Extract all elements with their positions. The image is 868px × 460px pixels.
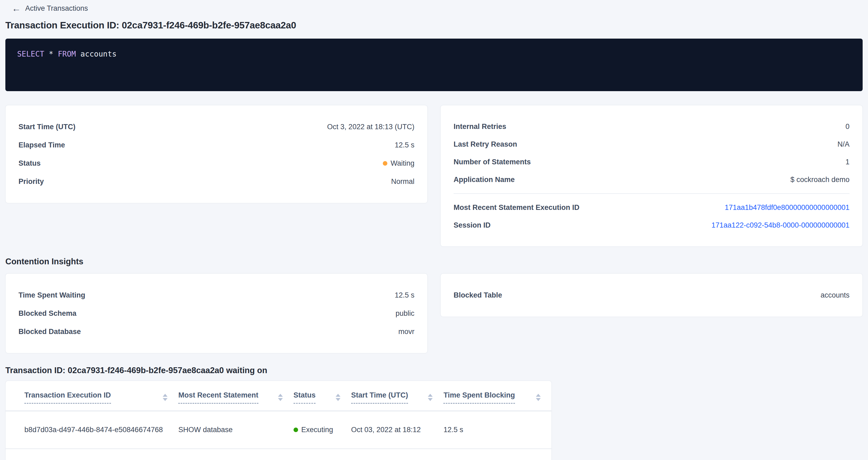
cell-status: Executing [293,411,351,449]
sql-statement-box: SELECT * FROM accounts [5,39,863,91]
contention-cards-row: Time Spent Waiting 12.5 s Blocked Schema… [5,273,863,353]
kv-value: 1 [845,158,849,166]
kv-label: Blocked Database [19,328,81,336]
kv-row-status: Status Waiting [19,154,414,172]
kv-value: N/A [837,140,849,149]
column-header-time-spent-blocking[interactable]: Time Spent Blocking [443,381,551,411]
cell-transaction-execution-id: b8d7d03a-d497-446b-8474-e50846674768 [6,411,178,449]
column-header-label[interactable]: Time Spent Blocking [443,391,515,404]
session-id-link[interactable]: 171aa122-c092-54b8-0000-000000000001 [711,221,849,229]
back-link-label: Active Transactions [25,4,88,12]
sql-statement: SELECT * FROM accounts [17,50,117,58]
kv-label: Application Name [454,176,515,184]
kv-row-last-retry-reason: Last Retry Reason N/A [454,135,849,153]
kv-value: 12.5 s [395,291,414,300]
cell-most-recent-statement: SHOW database [178,411,293,449]
kv-row-elapsed-time: Elapsed Time 12.5 s [19,136,414,154]
card-divider [454,193,849,194]
transaction-metadata-card: Internal Retries 0 Last Retry Reason N/A… [440,105,863,247]
column-header-label[interactable]: Start Time (UTC) [351,391,408,404]
active-transaction-details-page: ← Active Transactions Transaction Execut… [0,0,868,460]
kv-label: Blocked Table [454,291,502,300]
statement-execution-id-link[interactable]: 171aa1b478fdf0e80000000000000001 [725,204,850,212]
sort-icon[interactable] [278,394,283,401]
page-title: Transaction Execution ID: 02ca7931-f246-… [5,20,863,31]
kv-label: Elapsed Time [19,141,65,149]
back-to-active-transactions-link[interactable]: ← Active Transactions [12,4,88,13]
waiting-on-table-card: Transaction Execution ID Most Recent Sta… [5,381,552,460]
status-executing-dot-icon [293,428,298,432]
kv-label: Number of Statements [454,158,531,166]
status-text: Executing [301,426,333,434]
status-text: Waiting [391,159,414,167]
kv-value: accounts [820,291,849,300]
kv-row-number-of-statements: Number of Statements 1 [454,153,849,171]
kv-label: Time Spent Waiting [19,291,85,300]
kv-label: Status [19,159,41,167]
sql-text: accounts [76,50,117,58]
table-header-row: Transaction Execution ID Most Recent Sta… [6,381,551,411]
sql-keyword: FROM [58,50,76,58]
kv-row-session-id: Session ID 171aa122-c092-54b8-0000-00000… [454,216,849,234]
kv-label: Priority [19,178,44,186]
cell-start-time: Oct 03, 2022 at 18:12 [351,411,444,449]
kv-value: $ cockroach demo [790,176,849,184]
status-value: Waiting [383,159,414,167]
kv-label: Session ID [454,221,491,229]
column-header-label[interactable]: Most Recent Statement [178,391,258,404]
kv-label: Last Retry Reason [454,140,517,149]
sql-keyword: SELECT [17,50,44,58]
column-header-transaction-execution-id[interactable]: Transaction Execution ID [6,381,178,411]
kv-row-start-time: Start Time (UTC) Oct 3, 2022 at 18:13 (U… [19,118,414,136]
blocked-table-card: Blocked Table accounts [440,273,863,317]
kv-label: Most Recent Statement Execution ID [454,204,580,212]
summary-cards-row: Start Time (UTC) Oct 3, 2022 at 18:13 (U… [5,105,863,247]
kv-value: Normal [391,178,414,186]
kv-value: public [395,309,414,318]
kv-value: Oct 3, 2022 at 18:13 (UTC) [327,123,414,131]
contention-insights-heading: Contention Insights [5,257,863,267]
back-arrow-icon: ← [12,4,21,13]
kv-value: 12.5 s [395,141,414,149]
kv-row-priority: Priority Normal [19,172,414,191]
sort-icon[interactable] [428,394,433,401]
sort-icon[interactable] [536,394,541,401]
table-row: b8d7d03a-d497-446b-8474-e50846674768 SHO… [6,411,551,449]
contention-details-card: Time Spent Waiting 12.5 s Blocked Schema… [5,273,428,353]
column-header-label[interactable]: Transaction Execution ID [24,391,111,404]
column-header-status[interactable]: Status [293,381,351,411]
column-header-most-recent-statement[interactable]: Most Recent Statement [178,381,293,411]
kv-row-blocked-schema: Blocked Schema public [19,304,414,323]
kv-row-time-spent-waiting: Time Spent Waiting 12.5 s [19,286,414,304]
kv-label: Blocked Schema [19,309,76,318]
sql-text: * [44,50,58,58]
column-header-start-time[interactable]: Start Time (UTC) [351,381,444,411]
kv-value: 0 [845,123,849,131]
waiting-on-table: Transaction Execution ID Most Recent Sta… [6,381,551,449]
kv-label: Start Time (UTC) [19,123,75,131]
kv-value: movr [398,328,414,336]
cell-time-spent-blocking: 12.5 s [443,411,551,449]
sort-icon[interactable] [336,394,340,401]
status-waiting-dot-icon [383,161,388,166]
sort-icon[interactable] [163,394,167,401]
kv-row-blocked-database: Blocked Database movr [19,323,414,341]
kv-row-most-recent-statement-execution-id: Most Recent Statement Execution ID 171aa… [454,198,849,216]
transaction-summary-card: Start Time (UTC) Oct 3, 2022 at 18:13 (U… [5,105,428,203]
kv-row-application-name: Application Name $ cockroach demo [454,171,849,188]
waiting-on-heading: Transaction ID: 02ca7931-f246-469b-b2fe-… [5,366,863,375]
kv-label: Internal Retries [454,123,506,131]
column-header-label[interactable]: Status [293,391,316,404]
kv-row-internal-retries: Internal Retries 0 [454,118,849,135]
kv-row-blocked-table: Blocked Table accounts [454,286,849,304]
